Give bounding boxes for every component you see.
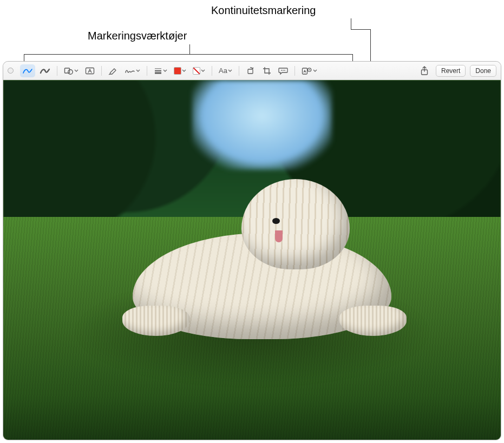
sketch-tool[interactable] bbox=[20, 64, 35, 77]
chevron-down-icon bbox=[163, 67, 167, 75]
chevron-down-icon bbox=[136, 67, 140, 75]
rotate-icon bbox=[246, 67, 255, 75]
markup-window: Aa bbox=[3, 61, 501, 440]
annotate-device-icon bbox=[302, 67, 312, 75]
crop-tool[interactable] bbox=[260, 64, 274, 77]
callout-line bbox=[24, 54, 353, 55]
chevron-down-icon bbox=[228, 67, 232, 75]
image-canvas[interactable] bbox=[3, 80, 501, 440]
draw-icon bbox=[40, 67, 50, 75]
svg-point-1 bbox=[68, 69, 73, 74]
chevron-down-icon bbox=[74, 67, 78, 75]
dog-tongue bbox=[275, 230, 283, 242]
scene-dog bbox=[133, 188, 391, 339]
sketch-icon bbox=[22, 67, 33, 75]
callout-line bbox=[370, 29, 371, 64]
sign-tool[interactable] bbox=[122, 64, 142, 77]
crop-icon bbox=[263, 67, 271, 75]
draw-tool[interactable] bbox=[37, 64, 53, 77]
share-icon bbox=[420, 66, 429, 76]
window-control-placeholder[interactable] bbox=[8, 68, 14, 74]
toolbar-separator bbox=[212, 66, 212, 76]
stroke-color-tool[interactable] bbox=[191, 64, 207, 77]
toolbar-separator bbox=[294, 66, 295, 76]
dog-paw bbox=[122, 306, 189, 336]
fill-color-icon bbox=[174, 67, 181, 75]
callout-continuity-label: Kontinuitetsmarkering bbox=[211, 4, 316, 17]
line-style-tool[interactable] bbox=[152, 64, 169, 77]
scene-sky bbox=[192, 80, 331, 170]
stroke-color-icon bbox=[193, 67, 200, 75]
highlight-tool[interactable] bbox=[106, 64, 120, 77]
fill-color-tool[interactable] bbox=[172, 64, 188, 77]
text-style-icon: Aa bbox=[219, 67, 227, 75]
callout-line bbox=[189, 44, 190, 54]
share-button[interactable] bbox=[417, 64, 431, 77]
annotate-device-tool[interactable] bbox=[299, 64, 319, 77]
image-description-tool[interactable] bbox=[276, 64, 290, 77]
toolbar-separator bbox=[147, 66, 147, 76]
svg-point-9 bbox=[284, 70, 285, 71]
textbox-tool[interactable] bbox=[83, 64, 97, 77]
done-button[interactable]: Done bbox=[470, 65, 496, 77]
revert-button[interactable]: Revert bbox=[436, 65, 466, 77]
svg-rect-6 bbox=[248, 69, 253, 74]
line-style-icon bbox=[154, 67, 162, 75]
highlight-icon bbox=[108, 67, 118, 75]
rotate-tool[interactable] bbox=[244, 64, 258, 77]
shapes-icon bbox=[64, 67, 74, 75]
toolbar-separator bbox=[101, 66, 102, 76]
svg-point-7 bbox=[281, 70, 282, 71]
toolbar-separator bbox=[239, 66, 239, 76]
markup-toolbar: Aa bbox=[3, 62, 501, 80]
toolbar-separator bbox=[57, 66, 57, 76]
callout-line bbox=[351, 29, 370, 30]
callout-line bbox=[351, 18, 351, 29]
chevron-down-icon bbox=[201, 67, 205, 75]
textbox-icon bbox=[85, 67, 95, 75]
sign-icon bbox=[125, 67, 135, 75]
dog-paw bbox=[339, 306, 407, 336]
svg-rect-10 bbox=[302, 68, 307, 74]
callout-layer: Kontinuitetsmarkering Markeringsværktøje… bbox=[0, 0, 504, 65]
svg-point-12 bbox=[309, 69, 310, 70]
svg-point-8 bbox=[283, 70, 284, 71]
chevron-down-icon bbox=[313, 67, 317, 75]
describe-icon bbox=[278, 67, 288, 75]
shapes-tool[interactable] bbox=[62, 64, 81, 77]
chevron-down-icon bbox=[182, 67, 186, 75]
dog-head bbox=[241, 179, 350, 270]
callout-markup-tools-label: Markeringsværktøjer bbox=[88, 30, 187, 42]
text-style-tool[interactable]: Aa bbox=[217, 64, 234, 77]
